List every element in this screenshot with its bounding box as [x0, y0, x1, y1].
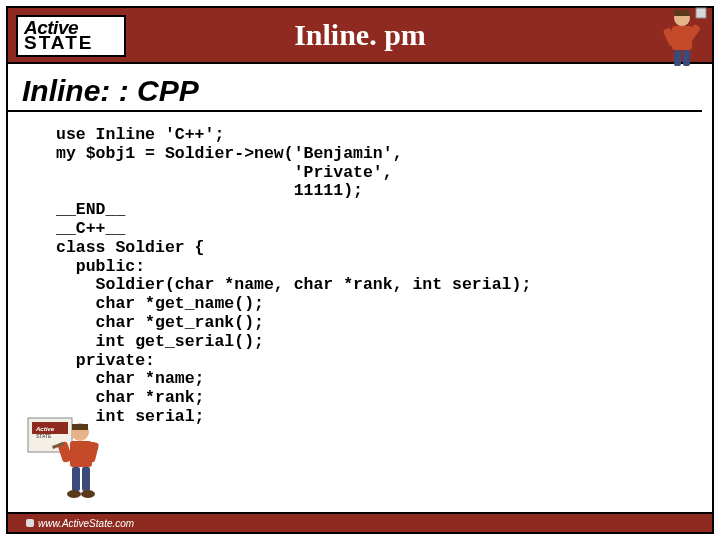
svg-rect-18 — [82, 467, 90, 491]
code-block: use Inline 'C++'; my $obj1 = Soldier->ne… — [8, 112, 712, 446]
footer-bullet-icon — [26, 519, 34, 527]
footer-url-text: www.ActiveState.com — [38, 518, 134, 529]
svg-rect-13 — [72, 424, 88, 430]
svg-rect-17 — [72, 467, 80, 491]
svg-point-20 — [81, 490, 95, 498]
mascot-top-icon — [652, 4, 708, 68]
svg-rect-6 — [683, 50, 690, 66]
svg-text:Active: Active — [35, 426, 55, 432]
footer-bar: www.ActiveState.com — [8, 512, 712, 532]
svg-text:STATE: STATE — [36, 433, 52, 439]
svg-point-19 — [67, 490, 81, 498]
logo-line2: STATE — [24, 36, 93, 51]
svg-rect-7 — [696, 8, 706, 18]
slide-frame: Active STATE Inline. pm Inline: : CPP us… — [6, 6, 714, 534]
mascot-bottom-icon: Active STATE — [22, 408, 108, 504]
footer-url: www.ActiveState.com — [26, 518, 134, 529]
svg-rect-5 — [674, 50, 681, 66]
activestate-logo: Active STATE — [16, 15, 126, 57]
slide-subtitle: Inline: : CPP — [8, 64, 702, 112]
svg-rect-1 — [674, 10, 690, 16]
title-bar: Active STATE Inline. pm — [8, 8, 712, 64]
